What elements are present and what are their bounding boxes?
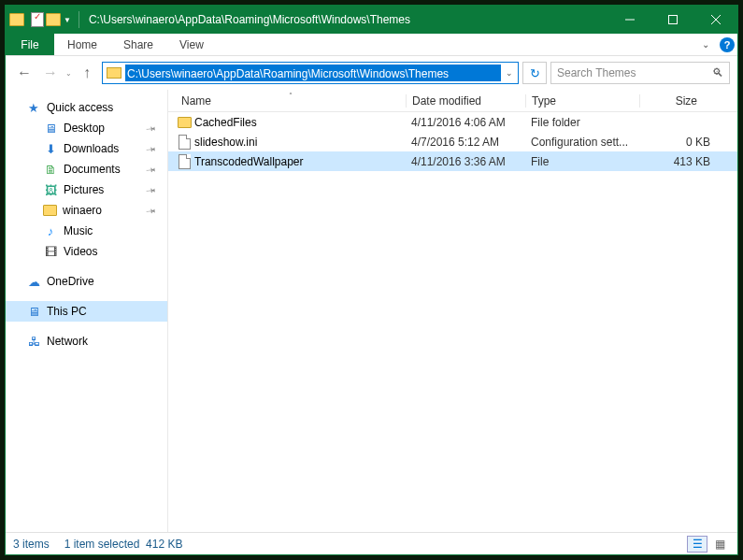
tab-view[interactable]: View <box>166 34 217 55</box>
forward-button[interactable]: → <box>39 62 62 84</box>
file-type: File <box>525 155 639 168</box>
downloads-icon: ⬇ <box>43 141 58 156</box>
pin-icon: 📌︎ <box>143 182 158 197</box>
search-placeholder: Search Themes <box>557 66 636 79</box>
history-dropdown-icon[interactable]: ⌄ <box>65 69 72 78</box>
pictures-icon: 🖼 <box>43 182 58 197</box>
sidebar-quick-access[interactable]: ★Quick access <box>6 97 167 118</box>
tab-file[interactable]: File <box>6 34 54 55</box>
status-bar: 3 items 1 item selected 412 KB ☰ ▦ <box>6 532 737 554</box>
sidebar-item-music[interactable]: ♪Music <box>6 221 167 241</box>
back-button[interactable]: ← <box>13 62 36 84</box>
status-selection: 1 item selected 412 KB <box>64 538 183 551</box>
sidebar-network[interactable]: 🖧Network <box>6 331 167 352</box>
explorer-window: ▼ C:\Users\winaero\AppData\Roaming\Micro… <box>5 5 738 555</box>
qat-dropdown-icon[interactable]: ▼ <box>64 16 71 24</box>
column-headers: ˄Name Date modified Type Size <box>168 90 737 112</box>
address-dropdown-icon[interactable]: ⌄ <box>501 68 518 78</box>
file-type: Configuration sett... <box>525 136 639 149</box>
sidebar-this-pc[interactable]: 🖥This PC <box>6 301 167 322</box>
folder-icon <box>176 117 193 128</box>
file-name: TranscodedWallpaper <box>193 155 406 168</box>
folder-icon <box>107 67 121 79</box>
pin-icon: 📌︎ <box>143 141 158 156</box>
file-name: slideshow.ini <box>193 136 406 149</box>
sidebar-onedrive[interactable]: ☁OneDrive <box>6 271 167 292</box>
sidebar-item-winaero[interactable]: winaero📌︎ <box>6 200 167 221</box>
new-folder-icon[interactable] <box>46 13 61 26</box>
status-item-count: 3 items <box>13 538 50 551</box>
cloud-icon: ☁ <box>26 274 41 289</box>
minimize-button[interactable] <box>608 6 651 34</box>
file-rows[interactable]: CachedFiles 4/11/2016 4:06 AM File folde… <box>168 112 737 532</box>
label: OneDrive <box>47 275 94 288</box>
close-button[interactable] <box>694 6 737 34</box>
label: Downloads <box>64 142 119 155</box>
search-icon: 🔍︎ <box>712 66 723 79</box>
help-button[interactable]: ? <box>717 34 737 55</box>
file-row[interactable]: TranscodedWallpaper 4/11/2016 3:36 AM Fi… <box>168 151 737 171</box>
sidebar-item-downloads[interactable]: ⬇Downloads📌︎ <box>6 138 167 159</box>
label: winaero <box>63 204 102 217</box>
sidebar-item-pictures[interactable]: 🖼Pictures📌︎ <box>6 179 167 200</box>
network-icon: 🖧 <box>26 334 41 349</box>
label: Network <box>47 335 88 348</box>
file-size: 413 KB <box>639 155 710 168</box>
tab-share[interactable]: Share <box>110 34 166 55</box>
pc-icon: 🖥 <box>26 304 41 319</box>
window-title: C:\Users\winaero\AppData\Roaming\Microso… <box>83 13 608 26</box>
music-icon: ♪ <box>43 223 58 238</box>
address-input[interactable]: C:\Users\winaero\AppData\Roaming\Microso… <box>125 65 501 81</box>
pin-icon: 📌︎ <box>143 162 158 177</box>
label: This PC <box>47 305 87 318</box>
star-icon: ★ <box>26 100 41 115</box>
file-row[interactable]: slideshow.ini 4/7/2016 5:12 AM Configura… <box>168 132 737 151</box>
address-bar[interactable]: C:\Users\winaero\AppData\Roaming\Microso… <box>102 62 519 84</box>
column-type[interactable]: Type <box>525 94 639 108</box>
documents-icon: 🗎 <box>43 162 58 177</box>
properties-icon[interactable] <box>31 12 44 27</box>
label: Documents <box>64 163 121 176</box>
file-type: File folder <box>525 116 639 129</box>
icons-view-button[interactable]: ▦ <box>709 536 730 553</box>
tab-home[interactable]: Home <box>54 34 110 55</box>
ribbon-expand-icon[interactable]: ⌄ <box>694 34 717 55</box>
file-size: 0 KB <box>639 136 710 149</box>
label: Quick access <box>47 101 113 114</box>
quick-access-toolbar: ▼ <box>6 12 75 27</box>
folder-icon <box>43 205 57 216</box>
file-name: CachedFiles <box>193 116 406 129</box>
search-input[interactable]: Search Themes 🔍︎ <box>550 62 730 84</box>
label: Videos <box>64 245 97 258</box>
title-bar[interactable]: ▼ C:\Users\winaero\AppData\Roaming\Micro… <box>6 6 737 34</box>
view-switcher: ☰ ▦ <box>687 536 730 553</box>
label: Music <box>64 224 93 237</box>
file-icon <box>176 154 193 169</box>
sidebar-item-videos[interactable]: 🎞Videos <box>6 241 167 262</box>
refresh-button[interactable]: ↻ <box>522 62 547 84</box>
column-date[interactable]: Date modified <box>406 94 525 108</box>
file-list-pane: ˄Name Date modified Type Size CachedFile… <box>168 90 737 532</box>
help-icon: ? <box>720 37 735 52</box>
pin-icon: 📌︎ <box>143 121 158 136</box>
spacer <box>217 34 694 55</box>
navigation-pane[interactable]: ★Quick access 🖥Desktop📌︎ ⬇Downloads📌︎ 🗎D… <box>6 90 168 532</box>
file-icon <box>176 135 193 150</box>
sort-asc-icon: ˄ <box>289 92 293 100</box>
folder-icon <box>9 13 24 26</box>
details-view-button[interactable]: ☰ <box>687 536 707 553</box>
sidebar-item-desktop[interactable]: 🖥Desktop📌︎ <box>6 118 167 138</box>
pin-icon: 📌︎ <box>143 203 158 218</box>
svg-rect-1 <box>669 16 678 24</box>
file-date: 4/11/2016 3:36 AM <box>406 155 525 168</box>
maximize-button[interactable] <box>651 6 694 34</box>
column-name[interactable]: ˄Name <box>176 94 406 108</box>
label: Desktop <box>64 122 105 135</box>
file-row[interactable]: CachedFiles 4/11/2016 4:06 AM File folde… <box>168 112 737 132</box>
column-size[interactable]: Size <box>639 94 714 108</box>
sidebar-item-documents[interactable]: 🗎Documents📌︎ <box>6 159 167 179</box>
desktop-icon: 🖥 <box>43 121 58 136</box>
body: ★Quick access 🖥Desktop📌︎ ⬇Downloads📌︎ 🗎D… <box>6 90 737 532</box>
ribbon-tabs: File Home Share View ⌄ ? <box>6 34 737 56</box>
up-button[interactable]: ↑ <box>76 62 98 84</box>
